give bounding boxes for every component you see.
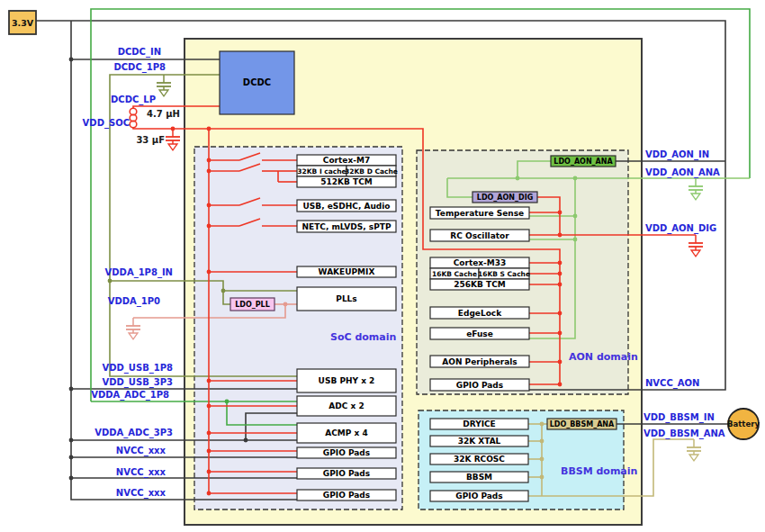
block-ldo-aon-ana-label: LDO_AON_ANA [554,158,613,166]
label-nvcc-xxx: NVCC_xxx [116,467,166,478]
junction-dot [207,470,212,474]
junction-dot [69,438,74,443]
block-tcm-512-label: 512KB TCM [320,177,372,186]
block-ldo-aon-dig-label: LDO_AON_DIG [477,194,533,202]
block-cortex-m7-label: Cortex-M7 [323,156,370,165]
label-nvcc-aon: NVCC_AON [645,378,699,389]
block-cache-16: 16KB Cache [430,268,479,279]
junction-dot [558,331,562,336]
block-ldo-pll: LDO_PLL [230,298,274,311]
block-tcm-256-label: 256KB TCM [454,280,505,289]
block-acmp: ACMP x 4 [297,423,396,443]
junction-dot [573,176,578,181]
label-vdd-soc: VDD_SOC [83,118,130,129]
block-ldo-bbsm-ana-label: LDO_BBSM_ANA [550,420,615,428]
junction-dot [207,449,212,454]
block-gpio-soc-1-label: GPIO Pads [323,448,370,457]
block-usb-esdhc-label: USB, eSDHC, Audio [302,202,390,211]
junction-dot [284,302,288,307]
junction-dot [108,279,112,284]
power-block-diagram: DCDCCortex-M732KB I cache32KB D Cache512… [0,0,765,532]
label-vdd-aon-dig: VDD_AON_DIG [645,223,716,234]
block-dryice: DRYICE [430,419,528,429]
label-vdda-adc-3p3: VDDA_ADC_3P3 [94,428,173,438]
label-vdda-adc-1p8: VDDA_ADC_1P8 [91,390,169,401]
block-dcache-m7: 32KB D Cache [345,166,398,176]
block-gpio-soc-2: GPIO Pads [297,468,396,479]
junction-dot [69,476,74,481]
block-ldo-bbsm-ana: LDO_BBSM_ANA [547,419,616,429]
junction-dot [207,224,212,229]
block-cache-16-label: 16KB Cache [432,270,477,278]
junction-dot [69,58,74,62]
ground-icon [691,250,700,257]
junction-dot [558,311,562,316]
domain-aon-label: AON domain [569,351,638,363]
label-4-7-h: 4.7 µH [147,109,180,119]
block-cortex-m7: Cortex-M7 [297,155,396,166]
junction-dot [558,233,562,238]
block-dcdc: DCDC [220,51,294,114]
junction-dot [558,272,562,276]
label-vdd-bbsm-ana: VDD_BBSM_ANA [644,428,725,439]
block-tcm-256: 256KB TCM [430,279,529,290]
junction-dot [516,176,520,181]
block-aon-periph-label: AON Peripherals [442,357,517,366]
block-gpio-bbsm-label: GPIO Pads [455,491,502,500]
block-rcosc-32k: 32K RCOSC [430,454,528,464]
block-cortex-m33: Cortex-M33 [430,257,529,268]
label-vdd-usb-3p3: VDD_USB_3P3 [102,377,173,388]
junction-dot [207,158,212,163]
label-dcdc-in: DCDC_IN [118,47,161,58]
junction-dot [244,438,248,443]
label-vdda-1p8-in: VDDA_1P8_IN [105,267,173,278]
cap-dcdc-1p8-icon [157,75,171,96]
cap-vdda-1p0-icon [126,318,140,339]
label-vdd-aon-ana: VDD_AON_ANA [645,167,720,178]
cap-vdd-aon-dig-icon [688,235,703,257]
junction-dot [558,383,562,387]
junction-dot [558,360,562,365]
junction-dot [207,169,212,174]
inductor-4u7-icon [130,108,137,128]
block-plls: PLLs [297,287,396,311]
junction-dot [207,491,212,496]
block-bbsm-label: BBSM [466,473,492,482]
label-vdd-aon-in: VDD_AON_IN [645,149,709,160]
block-ldo-aon-dig: LDO_AON_DIG [472,192,537,203]
junction-dot [207,270,212,275]
block-dcdc-label: DCDC [243,77,271,87]
label-dcdc-lp: DCDC_LP [111,95,156,105]
cap-vdd-soc-33uf-icon [166,129,180,150]
block-gpio-soc-3-label: GPIO Pads [323,491,370,500]
block-gpio-bbsm: GPIO Pads [430,491,528,501]
block-usb-phy: USB PHY x 2 [297,369,396,392]
junction-dot [207,203,212,208]
ground-icon [691,194,700,200]
block-netc-label: NETC, mLVDS, sPTP [302,222,391,231]
label-vdd-usb-1p8: VDD_USB_1P8 [102,363,173,374]
block-netc: NETC, mLVDS, sPTP [297,221,396,232]
block-dcache-m7-label: 32KB D Cache [345,167,398,176]
block-gpio-soc-1: GPIO Pads [297,447,396,458]
junction-dot [69,387,74,392]
label-dcdc-1p8: DCDC_1P8 [113,62,166,73]
label-nvcc-xxx: NVCC_xxx [116,488,166,499]
junction-dot [207,431,212,436]
supply-3v3: 3.3V [9,11,36,34]
junction-dot [225,400,230,404]
domain-bbsm-label: BBSM domain [561,465,637,477]
block-gpio-soc-3: GPIO Pads [297,490,396,500]
junction-dot [558,283,562,287]
junction-dot [69,455,74,460]
cap-vdd-bbsm-ana-icon [687,439,701,461]
block-xtal-32k: 32K XTAL [430,436,528,446]
block-temp-sense-label: Temperature Sense [436,209,524,218]
block-gpio-soc-2-label: GPIO Pads [323,469,370,478]
block-usb-phy-label: USB PHY x 2 [319,376,375,385]
label-vdda-1p0: VDDA_1P0 [108,296,160,307]
block-adc-label: ADC x 2 [328,401,364,410]
junction-dot [540,457,544,462]
ground-icon [129,333,138,339]
junction-dot [540,439,544,444]
